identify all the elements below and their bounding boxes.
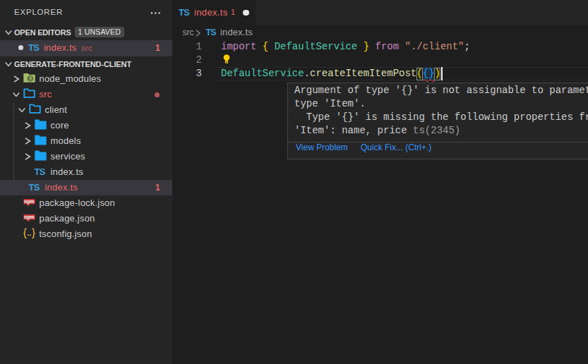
svg-text:npm: npm [24,199,34,205]
svg-text:npm: npm [24,214,34,220]
